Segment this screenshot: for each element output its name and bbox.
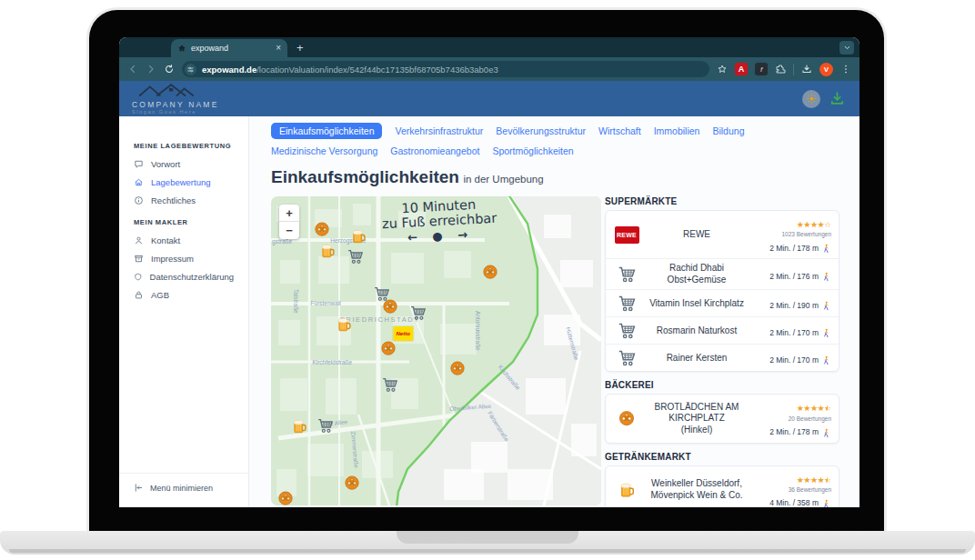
panel-card: BROTLÄDCHEN AM KIRCHPLATZ(Hinkel)☆☆☆☆☆★★…	[605, 394, 839, 443]
map-marker-pretzel[interactable]	[379, 339, 397, 356]
tab-immobilien[interactable]: Immobilien	[654, 123, 700, 139]
browser-tab[interactable]: expowand ×	[171, 39, 287, 57]
profile-avatar[interactable]: V	[819, 63, 833, 76]
url-bar[interactable]: expowand.de/locationValuation/index/542f…	[182, 61, 709, 77]
sidebar-section-title: MEINE LAGEBEWERTUNG	[134, 142, 248, 150]
zoom-in-button[interactable]: +	[279, 205, 299, 222]
map-marker-pretzel[interactable]	[449, 359, 467, 376]
bookmark-star-icon[interactable]	[717, 64, 728, 75]
walk-distance: 2 Min. / 176 m	[769, 272, 831, 282]
map-marker-beer[interactable]	[290, 418, 307, 435]
walking-person-icon	[821, 244, 831, 254]
review-count: 36 Bewertungen	[751, 486, 831, 493]
adobe-extension-icon[interactable]: A	[735, 63, 748, 75]
tab-verkehrsinfrastruktur[interactable]: Verkehrsinfrastruktur	[395, 123, 483, 139]
panel-card: REWEREWE☆☆☆☆☆★★★★★1023 Bewertungen2 Min.…	[605, 210, 839, 372]
map-marker-pretzel[interactable]	[277, 489, 295, 505]
map-marker-pretzel[interactable]	[314, 220, 331, 237]
place-row[interactable]: BROTLÄDCHEN AM KIRCHPLATZ(Hinkel)☆☆☆☆☆★★…	[606, 395, 839, 442]
download-report-button[interactable]	[829, 91, 845, 106]
sidebar-item-kontakt[interactable]: Kontakt	[119, 231, 248, 249]
sidebar-item-label: AGB	[151, 290, 169, 300]
toolbar-separator	[793, 64, 794, 75]
pretzel-icon	[618, 409, 636, 427]
sidebar-item-agb[interactable]: AGB	[119, 285, 248, 304]
sidebar-item-label: Kontakt	[151, 235, 180, 245]
tab-list-chevron-button[interactable]	[839, 41, 854, 55]
sidebar-item-impressum[interactable]: Impressum	[119, 249, 248, 267]
tab-bildung[interactable]: Bildung	[712, 123, 744, 139]
walk-distance: 2 Min. / 170 m	[769, 355, 831, 365]
place-meta: 2 Min. / 176 m	[751, 266, 831, 283]
theme-toggle-button[interactable]	[802, 90, 820, 108]
roofs-logo-icon	[132, 83, 201, 97]
cart-icon	[347, 248, 364, 265]
walk-distance: 2 Min. / 170 m	[769, 328, 831, 338]
sidebar-item-vorwort[interactable]: Vorwort	[119, 155, 248, 173]
tab-close-icon[interactable]: ×	[276, 44, 281, 53]
map-marker-pretzel[interactable]	[381, 297, 398, 315]
walking-person-icon	[821, 355, 831, 365]
map-marker-pretzel[interactable]	[343, 474, 360, 491]
map-marker-beer[interactable]	[318, 242, 336, 259]
sidebar-item-rechtliches[interactable]: Rechtliches	[119, 191, 248, 209]
tab-medizinische-versorgung[interactable]: Medizinische Versorgung	[271, 143, 377, 159]
company-logo[interactable]: COMPANY NAME Slogan Goes Here	[132, 83, 219, 115]
reload-button[interactable]	[164, 64, 175, 75]
sidebar-collapse-button[interactable]: Menü minimieren	[119, 473, 248, 493]
new-tab-button[interactable]: +	[297, 41, 304, 55]
beer-icon	[618, 481, 636, 499]
map-marker-cart[interactable]	[409, 304, 427, 321]
downloads-icon[interactable]	[801, 64, 812, 75]
tab-gastronomieangebot[interactable]: Gastronomieangebot	[390, 143, 479, 159]
place-row[interactable]: Rachid Dhabi Obst+Gemüse2 Min. / 176 m	[606, 258, 839, 289]
place-row[interactable]: Weinkeller Düsseldorf,Mövenpick Wein & C…	[606, 466, 839, 508]
map[interactable]: + − 10 Minuten zu Fuß erreichbar ← ● → g…	[271, 196, 601, 505]
back-button[interactable]	[127, 64, 138, 75]
walking-person-icon	[821, 428, 831, 438]
walk-distance: 2 Min. / 190 m	[769, 301, 831, 311]
place-name: BROTLÄDCHEN AM KIRCHPLATZ(Hinkel)	[642, 402, 751, 436]
sun-icon	[806, 93, 818, 105]
street-label: Kirchfeldstraße	[312, 359, 352, 365]
laptop-notch	[397, 531, 578, 544]
beer-icon	[335, 316, 352, 334]
place-row[interactable]: Rosmarin Naturkost2 Min. / 170 m	[606, 316, 839, 344]
chat-icon	[134, 159, 144, 169]
place-icon-cell	[611, 348, 642, 367]
sidebar-item-label: Rechtliches	[151, 195, 196, 205]
place-row[interactable]: Rainer Kersten2 Min. / 170 m	[606, 344, 839, 371]
star-rating-icon: ☆☆☆☆☆★★★★★	[797, 221, 831, 229]
sidebar-item-label: Lagebewertung	[151, 177, 211, 187]
tab-bev-lkerungsstruktur[interactable]: Bevölkerungsstruktur	[496, 123, 586, 139]
map-marker-pretzel[interactable]	[482, 264, 499, 281]
map-marker-cart[interactable]	[347, 248, 364, 265]
place-name: Rosmarin Naturkost	[642, 325, 751, 337]
menu-dots-icon[interactable]	[840, 64, 851, 75]
map-marker-cart[interactable]	[381, 376, 398, 394]
tab-einkaufsm-glichkeiten[interactable]: Einkaufsmöglichkeiten	[271, 123, 382, 139]
zoom-out-button[interactable]: −	[279, 222, 299, 239]
place-row[interactable]: Vitamin Insel Kirchplatz2 Min. / 190 m	[606, 289, 839, 316]
map-marker-cart[interactable]	[317, 416, 334, 434]
star-rating-icon: ☆☆☆☆☆★★★★★	[797, 405, 831, 413]
sidebar-item-label: Impressum	[151, 254, 194, 264]
walking-person-icon	[821, 301, 831, 311]
laptop-base	[0, 531, 975, 555]
place-meta: ☆☆☆☆☆★★★★★20 Bewertungen2 Min. / 178 m	[751, 398, 831, 438]
tab-sportm-glichkeiten[interactable]: Sportmöglichkeiten	[492, 143, 573, 159]
place-icon-cell	[611, 265, 642, 284]
extension-icon[interactable]: f	[755, 63, 768, 75]
extensions-puzzle-icon[interactable]	[775, 64, 786, 75]
place-meta: 2 Min. / 170 m	[751, 323, 831, 339]
place-icon-cell	[611, 409, 642, 427]
walking-person-icon	[821, 272, 831, 282]
map-marker-beer[interactable]	[335, 316, 352, 334]
forward-button[interactable]	[146, 64, 156, 75]
review-count: 1023 Bewertungen	[751, 231, 831, 237]
place-row[interactable]: REWEREWE☆☆☆☆☆★★★★★1023 Bewertungen2 Min.…	[606, 211, 839, 258]
sidebar-item-lagebewertung[interactable]: Lagebewertung	[119, 173, 248, 191]
site-settings-icon[interactable]	[185, 64, 196, 75]
sidebar-item-datenschutzerkl-rung[interactable]: Datenschutzerklärung	[119, 267, 248, 285]
tab-wirtschaft[interactable]: Wirtschaft	[598, 123, 641, 139]
